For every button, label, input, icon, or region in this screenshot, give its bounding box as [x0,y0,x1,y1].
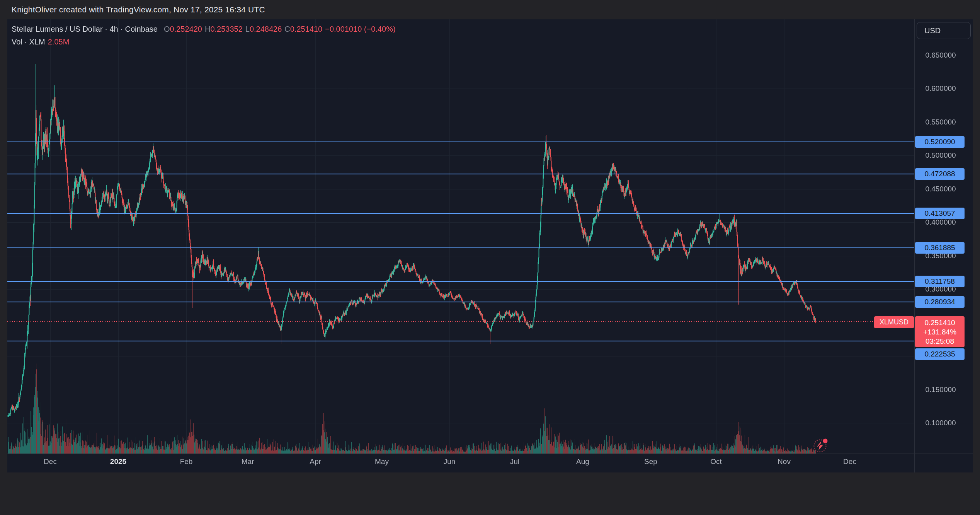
symbol-price-label: XLMUSD [874,316,914,328]
last-price-change: +131.84% [915,327,965,337]
currency-toggle-button[interactable]: USD [917,22,971,39]
price-tick-label: 0.450000 [925,185,956,193]
close-value: 0.251410 [290,25,322,33]
time-axis-label: Dec [843,457,856,466]
legend-volume-row: Vol · XLM2.05M [12,36,396,48]
level-price-badge: 0.311758 [915,276,965,287]
time-axis-label: Jul [510,457,519,466]
time-axis-label: Feb [180,457,193,466]
time-axis-label: Oct [710,457,722,466]
level-price-badge: 0.472088 [915,168,965,180]
last-price-countdown: 03:25:08 [915,337,965,346]
tradingview-snapshot: KnightOliver created with TradingView.co… [0,0,980,515]
level-price-badge: 0.413057 [915,208,965,219]
volume-label[interactable]: Vol · XLM [12,38,45,46]
time-axis-label: Apr [310,457,321,466]
level-price-badge: 0.520090 [915,136,965,148]
volume-value: 2.05M [48,38,70,46]
legend-main-row: Stellar Lumens / US Dollar · 4h · Coinba… [12,23,396,36]
high-label: H [205,25,210,33]
symbol-title[interactable]: Stellar Lumens / US Dollar · 4h · Coinba… [12,25,158,33]
price-tick-label: 0.100000 [925,419,956,427]
open-label: O [164,25,170,33]
low-label: L [245,25,250,33]
time-axis-label: Mar [242,457,254,466]
price-tick-label: 0.150000 [925,385,956,394]
level-price-badge: 0.222535 [915,348,965,360]
time-axis-label: May [375,457,389,466]
price-tick-label: 0.500000 [925,151,956,160]
last-price-badge: 0.251410 +131.84% 03:25:08 [915,316,965,347]
change-value: −0.001010 (−0.40%) [325,25,395,33]
price-tick-label: 0.600000 [925,84,956,93]
price-axis-separator [914,19,915,472]
lightning-status-icon[interactable] [812,438,829,454]
time-axis-label: Nov [778,457,791,466]
time-axis-label: Dec [44,457,57,466]
last-price-value: 0.251410 [915,318,965,327]
low-value: 0.248426 [250,25,282,33]
time-axis-label: Sep [644,457,657,466]
close-label: C [284,25,290,33]
high-value: 0.253352 [210,25,242,33]
price-chart-canvas[interactable] [0,0,980,515]
chart-legend: Stellar Lumens / US Dollar · 4h · Coinba… [12,23,396,48]
time-axis-label: Aug [576,457,589,466]
time-axis-label: Jun [444,457,456,466]
open-value: 0.252420 [170,25,202,33]
price-tick-label: 0.550000 [925,118,956,126]
footer-bar: TradingView [0,472,980,515]
level-price-badge: 0.280934 [915,296,965,308]
price-tick-label: 0.650000 [925,51,956,60]
level-price-badge: 0.361885 [915,242,965,254]
time-axis-label: 2025 [110,457,126,466]
